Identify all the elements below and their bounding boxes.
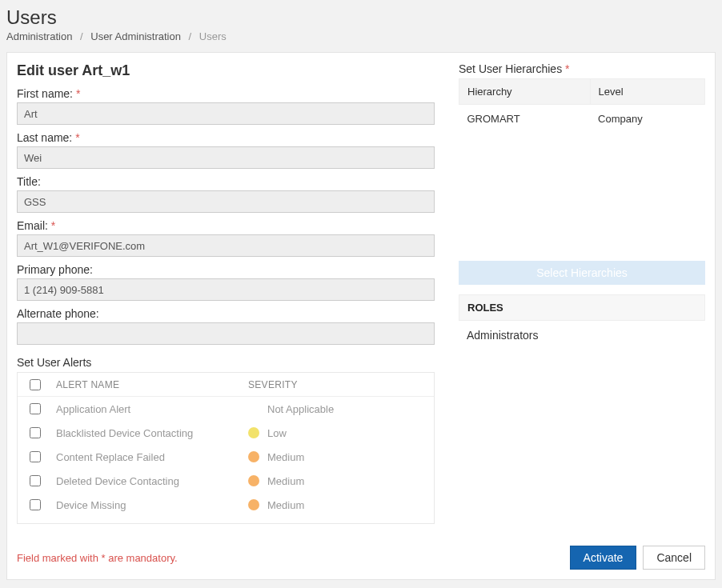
alerts-row: Application Alert Not Applicable (18, 397, 434, 421)
severity-dot-icon (248, 427, 259, 438)
alert-name: Application Alert (53, 403, 245, 415)
breadcrumb-item-user-administration[interactable]: User Administration (90, 30, 181, 42)
breadcrumb-item-users: Users (199, 30, 227, 42)
required-mark: * (565, 62, 569, 75)
severity-dot-icon (248, 499, 259, 510)
alerts-row: Content Replace Failed Medium (18, 445, 434, 469)
hierarchy-row: GROMART Company (459, 105, 705, 134)
page-title: Users (6, 6, 716, 29)
select-hierarchies-button[interactable]: Select Hierarchies (459, 261, 705, 285)
alert-name: Deleted Device Contacting (53, 475, 245, 487)
required-mark: * (51, 219, 55, 232)
severity-dot-icon (248, 403, 259, 414)
form-heading: Edit user Art_w1 (17, 62, 435, 79)
primary-phone-input[interactable] (17, 278, 435, 301)
breadcrumb-separator: / (189, 30, 192, 42)
alerts-col-severity: SEVERITY (245, 379, 434, 390)
first-name-input[interactable] (17, 102, 435, 125)
alert-severity: Medium (267, 451, 304, 463)
alerts-select-all-checkbox[interactable] (30, 379, 41, 390)
alert-checkbox[interactable] (30, 427, 41, 438)
alert-checkbox[interactable] (30, 499, 41, 510)
mandatory-note: Field marked with * are mandatory. (17, 552, 178, 564)
title-label: Title: (17, 175, 435, 188)
email-input[interactable] (17, 234, 435, 257)
hierarchy-col-header: Hierarchy (459, 79, 591, 105)
last-name-label: Last name: * (17, 131, 435, 144)
alert-name: Device Missing (53, 499, 245, 511)
roles-header: ROLES (459, 294, 705, 321)
alerts-row: Deleted Device Contacting Medium (18, 469, 434, 493)
level-cell: Company (590, 105, 704, 134)
level-col-header: Level (590, 79, 704, 105)
breadcrumb: Administration / User Administration / U… (6, 30, 716, 42)
roles-item: Administrators (459, 321, 705, 350)
activate-button[interactable]: Activate (570, 546, 637, 570)
alternate-phone-input[interactable] (17, 322, 435, 345)
hierarchies-table: Hierarchy Level GROMART Company (459, 78, 705, 133)
alerts-section-label: Set User Alerts (17, 356, 435, 369)
alerts-body[interactable]: Application Alert Not Applicable Blackli… (18, 397, 434, 522)
alert-severity: Medium (267, 475, 304, 487)
alert-name: Blacklisted Device Contacting (53, 427, 245, 439)
required-mark: * (75, 131, 79, 144)
alerts-row: Blacklisted Device Contacting Low (18, 421, 434, 445)
alert-checkbox[interactable] (30, 403, 41, 414)
primary-phone-label: Primary phone: (17, 263, 435, 276)
alert-severity: Medium (267, 499, 304, 511)
breadcrumb-separator: / (80, 30, 83, 42)
alternate-phone-label: Alternate phone: (17, 307, 435, 320)
breadcrumb-item-administration[interactable]: Administration (6, 30, 72, 42)
email-label: Email: * (17, 219, 435, 232)
severity-dot-icon (248, 451, 259, 462)
severity-dot-icon (248, 475, 259, 486)
alert-severity: Low (267, 427, 287, 439)
title-input[interactable] (17, 190, 435, 213)
alerts-col-name: ALERT NAME (53, 379, 245, 390)
hierarchies-label: Set User Hierarchies * (459, 62, 705, 75)
cancel-button[interactable]: Cancel (643, 546, 705, 570)
required-mark: * (76, 87, 80, 100)
alert-checkbox[interactable] (30, 475, 41, 486)
alerts-row: Device Missing Medium (18, 493, 434, 517)
alert-checkbox[interactable] (30, 451, 41, 462)
first-name-label: First name: * (17, 87, 435, 100)
last-name-input[interactable] (17, 146, 435, 169)
hierarchy-cell: GROMART (459, 105, 591, 134)
alerts-table: ALERT NAME SEVERITY Application Alert No… (17, 372, 435, 524)
alert-severity: Not Applicable (267, 403, 334, 415)
alert-name: Content Replace Failed (53, 451, 245, 463)
